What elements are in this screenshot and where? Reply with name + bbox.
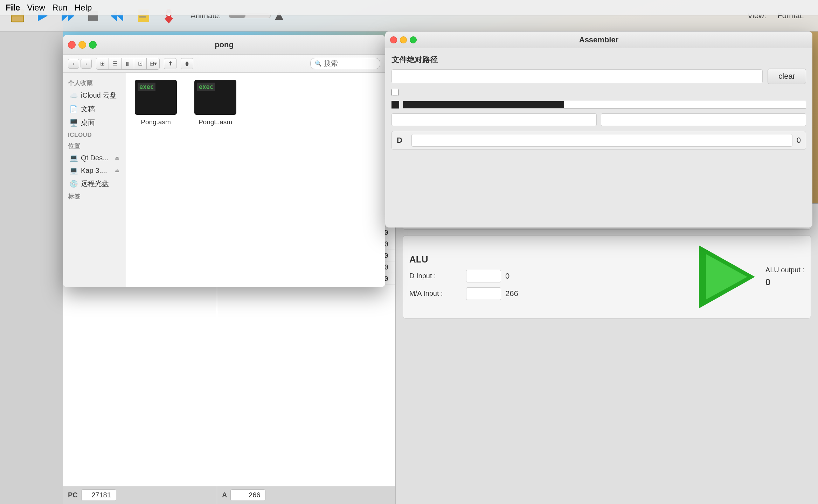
alu-left: ALU D Input : 0 M/A Input : 266 [409, 254, 688, 300]
output-box-2 [601, 113, 806, 126]
sidebar-item-icloud-drive[interactable]: ☁️ iCloud 云盘 [64, 89, 124, 102]
traffic-light-maximize[interactable] [89, 41, 97, 49]
assembler-maximize[interactable] [410, 36, 417, 43]
svg-rect-3 [12, 16, 23, 21]
a-footer-value: 266 [230, 489, 265, 501]
output-boxes-row [391, 113, 806, 126]
finder-forward-button[interactable]: › [81, 59, 92, 69]
sidebar-label-documents: 文稿 [81, 104, 95, 114]
progress-row [391, 101, 806, 108]
finder-body: 个人收藏 ☁️ iCloud 云盘 📄 文稿 🖥️ 桌面 iCloud 位置 💻… [63, 73, 385, 287]
eject-icon-qt[interactable]: ⏏ [115, 155, 119, 161]
documents-icon: 📄 [69, 105, 78, 113]
icloud-icon: ☁️ [69, 91, 78, 100]
finder-column-view[interactable]: ⫼ [122, 58, 134, 69]
alu-d-input-field[interactable] [466, 270, 501, 282]
traffic-light-minimize[interactable] [78, 41, 86, 49]
alu-title: ALU [409, 254, 688, 265]
finder-toolbar: ‹ › ⊞ ☰ ⫼ ⊡ ⊞▾ ⬆ ⬮ 🔍 [63, 55, 385, 73]
exec-badge-pong: exec [138, 83, 155, 91]
pc-footer-value: 27181 [81, 489, 116, 501]
menu-item-run[interactable]: Run [52, 3, 68, 13]
progress-bar-fill [403, 101, 564, 108]
assembler-close[interactable] [390, 36, 397, 43]
finder-action-button[interactable]: ⬮ [181, 58, 193, 69]
file-item-pong-asm[interactable]: exec Pong.asm [133, 80, 179, 126]
traffic-light-close[interactable] [68, 41, 76, 49]
alu-output-section: ALU output : 0 [765, 266, 804, 288]
assembler-body: 文件绝对路径 clear D 0 [385, 48, 812, 227]
file-icon-pongl: exec [194, 80, 236, 115]
left-sidebar [0, 15, 63, 504]
alu-graphic [695, 242, 758, 312]
sidebar-item-desktop[interactable]: 🖥️ 桌面 [64, 116, 124, 130]
assembler-minimize[interactable] [400, 36, 407, 43]
file-name-pong: Pong.asm [141, 118, 171, 126]
eject-icon-kap[interactable]: ⏏ [115, 168, 119, 173]
pc-footer-label: PC [68, 491, 78, 499]
d-register-input[interactable] [411, 134, 792, 147]
file-path-row: clear [391, 69, 806, 84]
assembler-title: Assembler [579, 35, 619, 44]
sidebar-item-kap[interactable]: 💻 Kap 3.... ⏏ [64, 164, 124, 177]
menu-item-view[interactable]: View [27, 3, 45, 13]
finder-titlebar: pong [63, 35, 385, 55]
menu-item-file[interactable]: File [6, 3, 20, 13]
code-panel-footer: PC 27181 [63, 486, 217, 504]
sidebar-header-locations: 位置 [63, 140, 126, 152]
finder-gallery-view[interactable]: ⊡ [134, 58, 147, 69]
finder-list-view[interactable]: ☰ [109, 58, 122, 69]
alu-ma-input-label: M/A Input : [409, 289, 462, 298]
alu-d-input-label: D Input : [409, 272, 462, 280]
assembler-titlebar: Assembler [385, 31, 812, 48]
menubar: File View Run Help [0, 0, 818, 15]
finder-sidebar: 个人收藏 ☁️ iCloud 云盘 📄 文稿 🖥️ 桌面 iCloud 位置 💻… [63, 73, 126, 287]
finder-content: exec Pong.asm exec PongL.asm [126, 73, 385, 287]
file-item-pongl-asm[interactable]: exec PongL.asm [193, 80, 238, 126]
file-path-input[interactable] [391, 69, 763, 83]
d-register-row: D 0 [391, 131, 806, 150]
finder-share-button[interactable]: ⬆ [164, 58, 176, 69]
desktop-icon: 🖥️ [69, 119, 78, 127]
sidebar-header-favorites: 个人收藏 [63, 77, 126, 89]
finder-icon-view[interactable]: ⊞ [96, 58, 109, 69]
alu-triangle-svg [695, 242, 758, 312]
checkbox-row [391, 89, 806, 96]
file-path-section: 文件绝对路径 clear [391, 55, 806, 84]
d-register-value: 0 [797, 136, 801, 145]
output-box-1 [391, 113, 597, 126]
search-icon: 🔍 [315, 60, 322, 67]
alu-ma-input-value: 266 [505, 289, 518, 298]
disc-icon: 💿 [69, 180, 78, 188]
finder-nav-buttons: ‹ › [68, 59, 92, 69]
sidebar-label-qt: Qt Des... [81, 154, 109, 162]
exec-badge-pongl: exec [197, 83, 215, 91]
finder-back-button[interactable]: ‹ [68, 59, 79, 69]
sidebar-label-icloud-drive: iCloud 云盘 [81, 91, 117, 100]
checkbox-option[interactable] [391, 89, 398, 96]
finder-search-input[interactable] [324, 59, 376, 68]
sidebar-header-icloud: iCloud [63, 130, 126, 140]
qt-icon: 💻 [69, 154, 78, 162]
kap-icon: 💻 [69, 166, 78, 175]
svg-rect-13 [139, 16, 146, 18]
file-path-label: 文件绝对路径 [391, 55, 806, 65]
alu-ma-input-field[interactable] [466, 287, 501, 300]
a-footer-label: A [222, 491, 227, 499]
sidebar-label-desktop: 桌面 [81, 118, 95, 127]
file-name-pongl: PongL.asm [199, 118, 232, 126]
file-icon-pong: exec [135, 80, 177, 115]
d-register-label: D [397, 136, 407, 145]
clear-button[interactable]: clear [768, 69, 806, 84]
finder-title: pong [215, 40, 234, 49]
alu-ma-input-row: M/A Input : 266 [409, 287, 688, 300]
menu-item-help[interactable]: Help [75, 3, 92, 13]
finder-view-toggle: ⊞ ☰ ⫼ ⊡ ⊞▾ [96, 58, 160, 70]
chip-panel: D 0 ALU D Input : 0 M/A Input : 266 [396, 204, 818, 504]
finder-search-box: 🔍 [310, 58, 380, 69]
sidebar-item-documents[interactable]: 📄 文稿 [64, 102, 124, 116]
finder-window: pong ‹ › ⊞ ☰ ⫼ ⊡ ⊞▾ ⬆ ⬮ 🔍 个人收藏 ☁️ iCloud… [63, 35, 385, 287]
sidebar-item-qt[interactable]: 💻 Qt Des... ⏏ [64, 152, 124, 164]
sidebar-item-remote-disc[interactable]: 💿 远程光盘 [64, 177, 124, 190]
finder-view-options[interactable]: ⊞▾ [147, 58, 159, 69]
